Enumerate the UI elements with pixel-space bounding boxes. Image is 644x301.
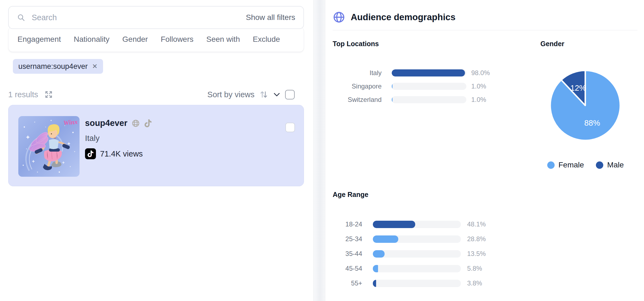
pie-slice-label: 12% [570, 84, 586, 92]
bar-row: Italy 98.0% [333, 66, 490, 79]
remove-filter-icon[interactable]: ✕ [92, 63, 98, 70]
page-title: Audience demographics [351, 12, 455, 22]
bar-value-label: 98.0% [471, 69, 490, 77]
header-divider [333, 30, 637, 30]
search-box: Show all filters [8, 6, 304, 29]
filters-bar: Engagement Nationality Gender Followers … [8, 27, 304, 52]
chevron-down-icon[interactable] [273, 91, 280, 98]
bar-track [373, 280, 461, 287]
bar-category-label: 55+ [333, 279, 362, 287]
search-results-panel: Show all filters Engagement Nationality … [0, 0, 314, 301]
results-toolbar: 1 results Sort by views [8, 88, 304, 101]
tiktok-badge-icon [85, 148, 96, 159]
legend-color-dot [547, 161, 555, 169]
top-locations-heading: Top Locations [333, 40, 379, 48]
name-row: soup4ever [85, 118, 152, 128]
globe-icon [333, 11, 345, 23]
filter-tab-seen-with[interactable]: Seen with [206, 35, 240, 44]
legend-label: Male [607, 161, 624, 169]
bar-row: Switzerland 1.0% [333, 93, 490, 106]
card-username[interactable]: soup4ever [85, 118, 127, 128]
legend-color-dot [596, 161, 603, 169]
bar-row: 18-24 48.1% [333, 217, 486, 232]
audience-demographics-panel: Audience demographics Top Locations Gend… [326, 0, 644, 301]
bar-fill [392, 96, 393, 103]
demographics-header: Audience demographics [333, 11, 455, 23]
bar-fill [392, 69, 465, 76]
username-filter-label: username:soup4ever [18, 62, 88, 71]
bar-track [392, 96, 466, 103]
legend-item: Male [596, 161, 624, 169]
bar-fill [373, 235, 398, 243]
results-count: 1 results [8, 90, 38, 99]
bar-row: 35-44 13.5% [333, 246, 486, 261]
gender-heading: Gender [540, 40, 564, 48]
select-all-checkbox[interactable] [285, 90, 295, 99]
result-card-soup4ever[interactable]: Winx soup4ever Italy [8, 105, 304, 186]
bar-value-label: 1.0% [471, 96, 486, 104]
bar-track [373, 250, 461, 258]
bar-category-label: 35-44 [333, 250, 362, 258]
bar-fill [392, 83, 393, 90]
website-globe-icon[interactable] [131, 119, 140, 128]
card-info: soup4ever Italy [85, 118, 152, 159]
bar-fill [373, 250, 385, 258]
pie-slice-label: 88% [584, 119, 600, 127]
bar-category-label: Italy [333, 69, 382, 77]
bar-value-label: 1.0% [471, 82, 486, 90]
sort-controls: Sort by views [207, 90, 295, 99]
panel-divider-gutter[interactable] [314, 0, 325, 301]
legend-label: Female [558, 161, 584, 169]
bar-value-label: 5.8% [467, 265, 482, 272]
search-icon [17, 13, 25, 22]
views-row: 71.4K views [85, 148, 152, 159]
bar-category-label: Singapore [333, 82, 382, 90]
svg-text:Winx: Winx [63, 118, 78, 126]
bar-track [392, 83, 466, 90]
sort-by-views-button[interactable]: Sort by views [207, 90, 254, 99]
bar-track [373, 235, 461, 243]
filter-tab-exclude[interactable]: Exclude [253, 35, 280, 44]
age-range-heading: Age Range [333, 191, 368, 199]
bar-track [373, 221, 461, 228]
bar-category-label: Switzerland [333, 96, 382, 104]
filter-tab-engagement[interactable]: Engagement [17, 35, 61, 44]
bar-value-label: 28.8% [467, 235, 486, 243]
bar-fill [373, 221, 415, 228]
bar-category-label: 25-34 [333, 235, 362, 243]
filter-tab-nationality[interactable]: Nationality [74, 35, 110, 44]
card-views: 71.4K views [100, 149, 143, 158]
bar-category-label: 18-24 [333, 220, 362, 228]
bar-value-label: 48.1% [467, 220, 486, 228]
gender-legend: Female Male [540, 161, 631, 169]
sort-direction-icon[interactable] [259, 90, 268, 99]
tiktok-link-icon[interactable] [144, 119, 152, 127]
bar-row: 25-34 28.8% [333, 232, 486, 246]
bar-value-label: 3.8% [467, 279, 482, 287]
gender-pie-chart: 88%12% [549, 70, 621, 141]
filter-tab-followers[interactable]: Followers [161, 35, 194, 44]
bar-row: Singapore 1.0% [333, 79, 490, 93]
legend-item: Female [547, 161, 584, 169]
avatar: Winx [18, 116, 80, 177]
bar-row: 45-54 5.8% [333, 261, 486, 276]
expand-results-icon[interactable] [44, 90, 54, 99]
bar-fill [373, 280, 376, 287]
bar-track [392, 69, 466, 76]
card-location: Italy [85, 134, 152, 143]
filter-tab-gender[interactable]: Gender [122, 35, 148, 44]
username-filter-chip[interactable]: username:soup4ever ✕ [13, 59, 103, 74]
bar-fill [373, 265, 378, 272]
search-input[interactable] [31, 13, 246, 22]
bar-category-label: 45-54 [333, 265, 362, 272]
show-all-filters-button[interactable]: Show all filters [246, 13, 295, 22]
bar-row: 55+ 3.8% [333, 276, 486, 291]
bar-value-label: 13.5% [467, 250, 486, 258]
age-range-chart: 18-24 48.1% 25-34 28.8% 35-44 13.5% 45-5… [333, 217, 486, 291]
app-root: Show all filters Engagement Nationality … [0, 0, 644, 301]
card-select-checkbox[interactable] [285, 123, 295, 132]
bar-track [373, 265, 461, 272]
top-locations-chart: Italy 98.0% Singapore 1.0% Switzerland 1… [333, 66, 490, 106]
